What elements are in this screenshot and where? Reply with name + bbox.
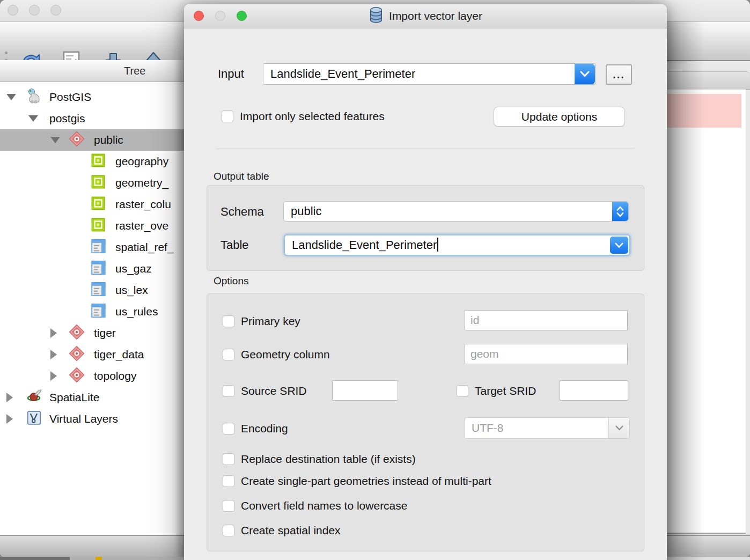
expand-arrow-icon[interactable] bbox=[50, 137, 60, 143]
separator bbox=[216, 149, 635, 149]
tree-item-label: us_lex bbox=[115, 284, 148, 297]
options-group-label: Options bbox=[214, 276, 248, 286]
collapse-arrow-icon[interactable] bbox=[6, 414, 13, 424]
status-notch bbox=[95, 557, 102, 560]
output-table-group-label: Output table bbox=[214, 171, 269, 182]
table-name-combobox[interactable]: Landslide_Event_Perimeter bbox=[284, 234, 630, 256]
browse-button[interactable]: ... bbox=[606, 64, 632, 85]
tree-item-label: SpatiaLite bbox=[49, 391, 99, 404]
close-button-inactive[interactable] bbox=[8, 5, 18, 16]
chevron-down-icon bbox=[616, 212, 624, 217]
tree-item-label: raster_ove bbox=[115, 219, 168, 232]
schema-select[interactable]: public bbox=[283, 201, 629, 222]
spatial-index-label: Create spatial index bbox=[241, 525, 341, 536]
chevron-down-icon bbox=[580, 71, 590, 77]
tree-column-header-label: Tree bbox=[124, 65, 145, 77]
replace-table-checkbox[interactable] bbox=[223, 453, 234, 465]
dialog-titlebar[interactable]: Import vector layer bbox=[184, 4, 667, 28]
primary-key-checkbox[interactable] bbox=[223, 315, 234, 327]
tree-item-label: tiger_data bbox=[94, 348, 144, 361]
source-srid-checkbox[interactable] bbox=[223, 385, 234, 397]
encoding-label: Encoding bbox=[241, 423, 288, 434]
encoding-checkbox[interactable] bbox=[223, 423, 234, 434]
table-icon bbox=[91, 261, 106, 277]
input-combobox[interactable]: Landslide_Event_Perimeter bbox=[263, 63, 595, 85]
table-name-value: Landslide_Event_Perimeter bbox=[292, 238, 437, 252]
tree-item-label: us_rules bbox=[115, 305, 158, 318]
chevron-down-icon bbox=[615, 425, 623, 431]
target-srid-input[interactable] bbox=[560, 380, 628, 401]
chevron-down-icon bbox=[615, 242, 623, 248]
geometry-layer-icon bbox=[91, 175, 105, 191]
database-icon bbox=[369, 6, 384, 26]
schema-stepper-button[interactable] bbox=[612, 202, 628, 221]
primary-key-placeholder: id bbox=[465, 311, 627, 330]
dialog-title: Import vector layer bbox=[389, 10, 482, 23]
tree-item-label: topology bbox=[94, 370, 136, 382]
table-icon bbox=[91, 282, 106, 299]
zoom-button-inactive[interactable] bbox=[50, 5, 61, 16]
source-srid-input[interactable] bbox=[332, 380, 398, 401]
source-srid-label: Source SRID bbox=[241, 385, 307, 397]
tree-item-label: geometry_ bbox=[115, 176, 168, 189]
lowercase-checkbox[interactable] bbox=[223, 500, 234, 512]
tree-item-label: Virtual Layers bbox=[49, 412, 118, 425]
tree-item-label: postgis bbox=[49, 112, 85, 125]
text-cursor bbox=[437, 238, 438, 252]
update-options-button[interactable]: Update options bbox=[494, 107, 625, 127]
close-button[interactable] bbox=[194, 11, 204, 21]
schema-icon bbox=[69, 324, 85, 342]
geometry-column-placeholder: geom bbox=[465, 344, 627, 364]
expand-arrow-icon[interactable] bbox=[28, 115, 38, 122]
chevron-up-icon bbox=[616, 206, 624, 211]
geometry-layer-icon bbox=[91, 153, 105, 170]
import-vector-layer-dialog: Import vector layer Input Landslide_Even… bbox=[184, 4, 667, 560]
encoding-dropdown-button[interactable] bbox=[608, 418, 629, 438]
import-only-selected-checkbox[interactable] bbox=[222, 110, 233, 122]
collapse-arrow-icon[interactable] bbox=[50, 350, 57, 359]
import-only-selected-label: Import only selected features bbox=[240, 110, 385, 122]
minimize-button-inactive[interactable] bbox=[29, 5, 40, 16]
geometry-layer-icon bbox=[91, 218, 105, 234]
tree-item-label: PostGIS bbox=[49, 91, 91, 104]
spatialite-icon bbox=[27, 388, 43, 407]
encoding-select[interactable]: UTF-8 bbox=[465, 417, 630, 439]
background-app-strip bbox=[0, 557, 184, 560]
tree-item-label: public bbox=[94, 134, 123, 146]
target-srid-checkbox[interactable] bbox=[457, 385, 468, 397]
schema-value: public bbox=[284, 202, 628, 221]
collapse-arrow-icon[interactable] bbox=[50, 371, 57, 381]
collapse-arrow-icon[interactable] bbox=[50, 328, 57, 338]
postgis-icon bbox=[27, 88, 42, 106]
tree-item-label: spatial_ref_ bbox=[115, 241, 174, 254]
info-panel bbox=[667, 90, 746, 534]
table-icon bbox=[91, 239, 106, 256]
virtual-layers-icon bbox=[27, 411, 41, 428]
table-label: Table bbox=[220, 239, 249, 251]
geometry-column-checkbox[interactable] bbox=[223, 349, 234, 360]
geometry-layer-icon bbox=[91, 196, 105, 212]
input-dropdown-button[interactable] bbox=[575, 64, 595, 84]
table-dropdown-button[interactable] bbox=[610, 237, 628, 254]
minimize-button[interactable] bbox=[215, 11, 225, 21]
tree-item-label: tiger bbox=[94, 327, 116, 340]
tree-item-label: raster_colu bbox=[115, 198, 171, 211]
output-table-group bbox=[207, 185, 644, 271]
right-panel-tabstrip bbox=[667, 71, 750, 90]
lowercase-label: Convert field names to lowercase bbox=[241, 500, 407, 512]
table-icon bbox=[91, 304, 106, 320]
expand-arrow-icon[interactable] bbox=[6, 94, 16, 100]
collapse-arrow-icon[interactable] bbox=[6, 393, 13, 402]
warning-banner bbox=[667, 94, 741, 128]
geometry-column-input[interactable]: geom bbox=[465, 344, 628, 364]
spatial-index-checkbox[interactable] bbox=[223, 525, 234, 536]
single-part-checkbox[interactable] bbox=[223, 475, 234, 487]
input-value: Landslide_Event_Perimeter bbox=[263, 64, 595, 84]
schema-icon bbox=[69, 131, 85, 149]
tree-item-label: geography bbox=[115, 155, 168, 168]
primary-key-input[interactable]: id bbox=[465, 310, 628, 330]
zoom-button[interactable] bbox=[237, 11, 247, 21]
primary-key-label: Primary key bbox=[241, 315, 300, 327]
schema-icon bbox=[69, 345, 85, 364]
single-part-label: Create single-part geometries instead of… bbox=[241, 475, 491, 487]
